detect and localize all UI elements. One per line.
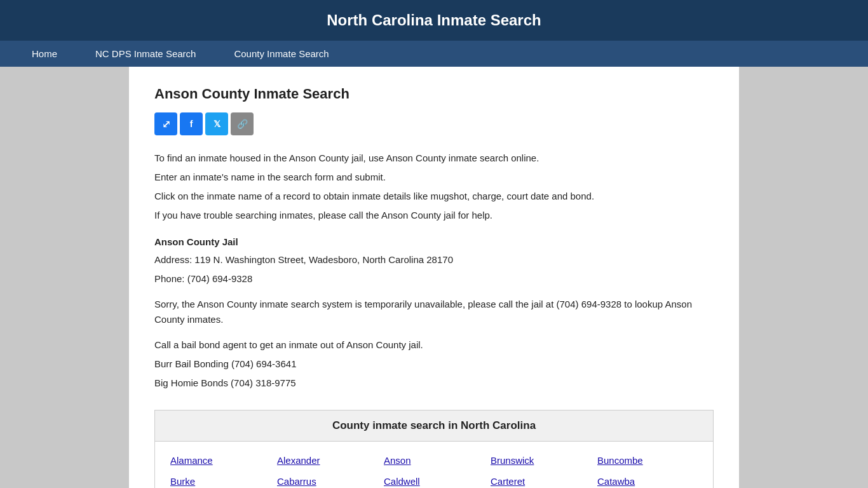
social-buttons: ⤢ f 𝕏 🔗 xyxy=(154,112,714,135)
county-link[interactable]: Alexander xyxy=(277,452,377,469)
jail-label: Anson County Jail xyxy=(154,234,714,250)
intro-line-1: To find an inmate housed in the Anson Co… xyxy=(154,151,714,166)
page-title: Anson County Inmate Search xyxy=(154,86,714,102)
county-link[interactable]: Anson xyxy=(384,452,484,469)
main-content: Anson County Inmate Search ⤢ f 𝕏 🔗 To fi… xyxy=(129,67,739,488)
county-link[interactable]: Alamance xyxy=(170,452,271,469)
county-link[interactable]: Cabarrus xyxy=(277,473,377,488)
nav-nc-dps[interactable]: NC DPS Inmate Search xyxy=(76,41,215,67)
county-section-title: County inmate search in North Carolina xyxy=(155,410,713,442)
share-button[interactable]: ⤢ xyxy=(154,112,177,135)
unavailable-text: Sorry, the Anson County inmate search sy… xyxy=(154,297,714,327)
county-link[interactable]: Carteret xyxy=(491,473,591,488)
copy-link-button[interactable]: 🔗 xyxy=(231,112,254,135)
intro-line-3: Click on the inmate name of a record to … xyxy=(154,189,714,204)
site-title: North Carolina Inmate Search xyxy=(13,11,855,29)
jail-address: Address: 119 N. Washington Street, Wades… xyxy=(154,252,714,268)
county-grid: AlamanceAlexanderAnsonBrunswickBuncombeB… xyxy=(155,442,713,488)
twitter-button[interactable]: 𝕏 xyxy=(205,112,228,135)
nav-home[interactable]: Home xyxy=(13,41,76,67)
county-link[interactable]: Burke xyxy=(170,473,271,488)
nav-bar: Home NC DPS Inmate Search County Inmate … xyxy=(0,41,868,67)
county-link[interactable]: Buncombe xyxy=(597,452,698,469)
nav-county[interactable]: County Inmate Search xyxy=(215,41,348,67)
county-link[interactable]: Catawba xyxy=(597,473,698,488)
county-link[interactable]: Caldwell xyxy=(384,473,484,488)
county-link[interactable]: Brunswick xyxy=(491,452,591,469)
bail-agent-2: Big Homie Bonds (704) 318-9775 xyxy=(154,376,714,391)
intro-line-2: Enter an inmate's name in the search for… xyxy=(154,170,714,185)
facebook-button[interactable]: f xyxy=(180,112,203,135)
bail-intro: Call a bail bond agent to get an inmate … xyxy=(154,337,714,353)
county-section: County inmate search in North Carolina A… xyxy=(154,410,714,488)
jail-phone: Phone: (704) 694-9328 xyxy=(154,271,714,287)
bail-agent-1: Burr Bail Bonding (704) 694-3641 xyxy=(154,356,714,372)
site-header: North Carolina Inmate Search xyxy=(0,0,868,41)
intro-line-4: If you have trouble searching inmates, p… xyxy=(154,208,714,223)
content-text: To find an inmate housed in the Anson Co… xyxy=(154,151,714,391)
